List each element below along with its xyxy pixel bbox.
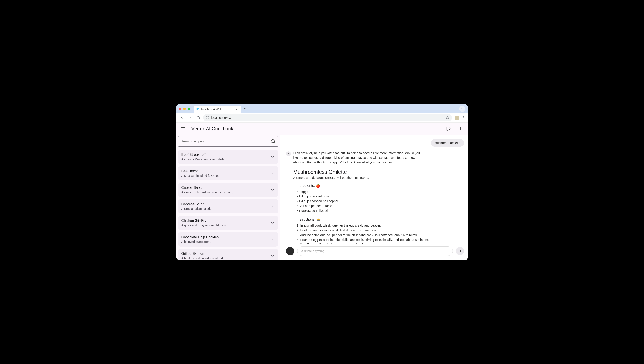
browser-menu-button[interactable] [462, 114, 466, 121]
instruction-line: 5. Fold the omlette in half and serve im… [297, 242, 464, 244]
tab-list-dropdown[interactable] [459, 106, 465, 112]
recipe-name: Chocolate Chip Cookies [182, 235, 270, 239]
recipe-name: Chicken Stir-Fry [182, 219, 270, 223]
recipe-name: Caprese Salad [182, 202, 270, 206]
svg-point-7 [271, 139, 274, 143]
chat-body[interactable]: mushroom omlette ✦ I can definitely help… [282, 135, 468, 244]
search-icon [270, 139, 276, 144]
recipe-item[interactable]: Caesar SaladA classic salad with a cream… [178, 183, 278, 197]
chat-input-row: + [282, 244, 468, 260]
recipe-desc: A creamy Russian-inspired dish. [182, 157, 270, 161]
window-minimize-button[interactable] [183, 107, 186, 110]
ingredient-line: • 2 eggs [297, 190, 464, 194]
tab-title: localhost:64031 [202, 108, 233, 111]
instructions-list: 1. In a small bowl, whisk together the e… [294, 223, 464, 244]
ingredient-line: • Salt and pepper to taste [297, 204, 464, 209]
chevron-down-icon [270, 254, 275, 258]
pot-icon: 🍲 [316, 217, 321, 222]
recipe-desc: A classic salad with a creamy dressing. [182, 191, 270, 194]
recipe-desc: A beloved sweet treat. [182, 240, 270, 244]
browser-tab[interactable]: localhost:64031 ✕ [194, 106, 241, 113]
export-button[interactable] [444, 125, 453, 133]
recipe-desc: A healthy and flavorful seafood dish. [182, 257, 270, 260]
recipe-item[interactable]: Grilled SalmonA healthy and flavorful se… [178, 249, 278, 260]
user-message-row: mushroom omlette [286, 139, 464, 147]
apple-icon: 🍎 [316, 184, 320, 188]
ingredients-heading: Ingredients: 🍎 [294, 184, 464, 188]
address-bar: localhost:64031 [176, 113, 468, 123]
add-button[interactable] [456, 125, 464, 133]
new-tab-button[interactable]: + [244, 106, 246, 111]
ai-avatar-icon: ✦ [286, 151, 291, 156]
ingredient-line: • 1/4 cup chopped onion [297, 194, 464, 199]
chevron-down-icon [270, 171, 275, 175]
reload-button[interactable] [195, 114, 202, 121]
ingredient-line: • 1/4 cup chopped bell pepper [297, 199, 464, 204]
app-title: Vertex AI Cookbook [192, 126, 233, 132]
url-text: localhost:64031 [212, 116, 444, 119]
app-content: Vertex AI Cookbook Beef StroganoffA crea… [176, 123, 468, 260]
browser-window: localhost:64031 ✕ + localhost:64031 [176, 104, 468, 260]
recipe-detail-subtitle: A simple and delicious omlette without t… [294, 176, 464, 179]
scrollbar-thumb[interactable] [278, 193, 278, 221]
url-field[interactable]: localhost:64031 [203, 114, 452, 121]
main-area: mushroom omlette ✦ I can definitely help… [280, 135, 468, 260]
instruction-line: 2. Heat the olive oil in a nonstick skil… [297, 228, 464, 233]
recipe-item[interactable]: Chocolate Chip CookiesA beloved sweet tr… [178, 232, 278, 247]
recipe-name: Grilled Salmon [182, 252, 270, 256]
instructions-heading: Instructions: 🍲 [294, 217, 464, 222]
ai-message-row: ✦ I can definitely help you with that, b… [286, 151, 464, 165]
forward-button[interactable] [187, 114, 194, 121]
ingredients-list: • 2 eggs• 1/4 cup chopped onion• 1/4 cup… [294, 190, 464, 213]
flutter-icon [196, 108, 200, 111]
recipe-desc: A simple Italian salad. [182, 207, 270, 211]
info-icon [206, 116, 209, 119]
chevron-down-icon [270, 204, 275, 209]
back-button[interactable] [178, 114, 186, 121]
recipe-item[interactable]: Caprese SaladA simple Italian salad. [178, 199, 278, 214]
app-header: Vertex AI Cookbook [176, 123, 468, 135]
chevron-down-icon [270, 237, 275, 242]
window-maximize-button[interactable] [188, 107, 190, 110]
browser-tab-bar: localhost:64031 ✕ + [176, 104, 468, 113]
chevron-down-icon [270, 221, 275, 225]
recipe-desc: A Mexican-inspired favorite. [182, 174, 270, 177]
window-close-button[interactable] [179, 107, 182, 110]
chevron-down-icon [270, 188, 275, 192]
ingredient-line: • 1 tablespoon olive oil [297, 209, 464, 213]
window-controls [179, 107, 190, 110]
recipe-item[interactable]: Beef StroganoffA creamy Russian-inspired… [178, 150, 278, 164]
extension-icon[interactable] [455, 116, 459, 120]
recipe-name: Beef Stroganoff [182, 153, 270, 156]
tab-close-button[interactable]: ✕ [234, 107, 239, 112]
recipe-detail: Mushroomless Omlette A simple and delici… [286, 169, 464, 244]
ai-message-text: I can definitely help you with that, but… [294, 151, 421, 165]
bookmark-star-icon[interactable] [446, 116, 450, 120]
search-box[interactable] [178, 136, 278, 147]
search-input[interactable] [181, 139, 270, 143]
recipe-name: Beef Tacos [182, 169, 270, 173]
recipe-list[interactable]: Beef StroganoffA creamy Russian-inspired… [178, 150, 278, 260]
attach-button[interactable]: + [286, 247, 294, 255]
send-button[interactable] [456, 247, 464, 255]
svg-line-8 [274, 142, 275, 143]
app-body: Beef StroganoffA creamy Russian-inspired… [176, 135, 468, 260]
recipe-item[interactable]: Chicken Stir-FryA quick and easy weeknig… [178, 216, 278, 230]
instruction-line: 3. Add the onion and bell pepper to the … [297, 233, 464, 238]
instruction-line: 4. Pour the egg mixture into the skillet… [297, 238, 464, 242]
chat-input[interactable] [297, 246, 453, 256]
recipe-desc: A quick and easy weeknight meal. [182, 224, 270, 227]
recipe-item[interactable]: Beef TacosA Mexican-inspired favorite. [178, 166, 278, 180]
user-message-bubble: mushroom omlette [431, 139, 464, 147]
instruction-line: 1. In a small bowl, whisk together the e… [297, 223, 464, 228]
recipe-name: Caesar Salad [182, 186, 270, 190]
chevron-down-icon [270, 155, 275, 159]
recipe-detail-title: Mushroomless Omlette [294, 169, 464, 175]
svg-marker-3 [446, 116, 449, 119]
sidebar: Beef StroganoffA creamy Russian-inspired… [176, 135, 280, 260]
hamburger-menu-button[interactable] [180, 125, 187, 132]
